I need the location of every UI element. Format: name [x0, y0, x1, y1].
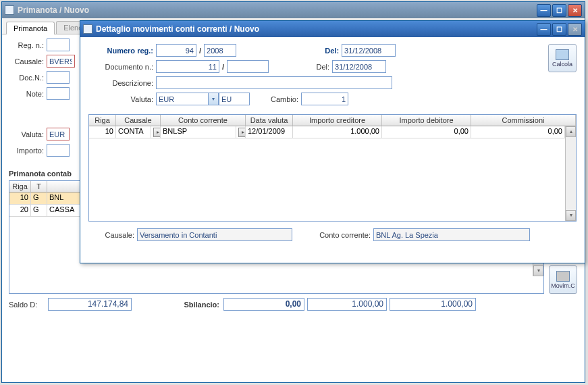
- totale-avere: 1.000,00: [390, 298, 476, 311]
- reg-n-input[interactable]: [47, 38, 70, 51]
- col-conto-corrente[interactable]: Conto corrente: [161, 115, 246, 126]
- scroll-up-icon[interactable]: ▴: [566, 126, 576, 137]
- col-data-valuta[interactable]: Data valuta: [246, 115, 293, 126]
- label-documento-n: Documento n.:: [88, 63, 156, 71]
- close-button-disabled: ✕: [568, 23, 582, 36]
- sbilancio-value: 0,00: [223, 298, 304, 311]
- col-riga[interactable]: Riga: [89, 115, 116, 126]
- app-icon: [5, 5, 14, 15]
- movim-cc-button[interactable]: Movim.C: [549, 265, 577, 294]
- label-causale: Causale:: [9, 57, 47, 66]
- grid-scrollbar[interactable]: ▴ ▾: [565, 126, 576, 221]
- label-note: Note:: [9, 90, 47, 98]
- col-causale[interactable]: Causale: [116, 115, 161, 126]
- chevron-down-icon[interactable]: ▾: [209, 93, 219, 105]
- scroll-down-icon[interactable]: ▾: [566, 210, 576, 221]
- label-valuta: Valuta:: [9, 130, 47, 138]
- label-valuta: Valuta:: [88, 95, 156, 103]
- label-cambio: Cambio:: [250, 95, 301, 103]
- primanota-titlebar[interactable]: Primanota / Nuovo — ☐ ✕: [2, 2, 585, 18]
- importo-input[interactable]: [47, 144, 70, 157]
- descrizione-input[interactable]: [156, 76, 392, 89]
- col-commissioni[interactable]: Commissioni: [471, 115, 576, 126]
- dettaglio-window: Dettaglio movimenti conti correnti / Nuo…: [80, 20, 585, 263]
- dettaglio-grid: Riga Causale Conto corrente Data valuta …: [88, 114, 577, 222]
- label-numero-reg: Numero reg.:: [88, 47, 156, 55]
- saldo-d-value: 147.174,84: [48, 298, 132, 311]
- label-docn: Doc.N.:: [9, 74, 47, 82]
- minimize-button[interactable]: —: [537, 4, 551, 17]
- label-del2: Del:: [269, 63, 332, 71]
- label-causale-descr: Causale:: [88, 231, 137, 239]
- causale-input[interactable]: [47, 55, 75, 68]
- calculator-icon: [556, 49, 569, 60]
- label-descrizione: Descrizione:: [88, 79, 156, 87]
- table-row[interactable]: 10 CONTA ▸ BNLSP ▸ 12/01/2009 1.000,00 0…: [89, 126, 565, 138]
- causale-descr: [137, 228, 292, 241]
- tab-primanota[interactable]: Primanota: [6, 22, 55, 34]
- note-input[interactable]: [47, 87, 70, 100]
- maximize-button[interactable]: ☐: [552, 4, 566, 17]
- scroll-down-icon[interactable]: ▾: [533, 265, 543, 276]
- dettaglio-title: Dettaglio movimenti conti correnti / Nuo…: [96, 24, 537, 34]
- close-button[interactable]: ✕: [568, 4, 582, 17]
- label-reg-n: Reg. n.:: [9, 41, 47, 49]
- valuta-input[interactable]: [47, 128, 70, 140]
- totale-dare: 1.000,00: [307, 298, 387, 311]
- label-sbilancio: Sbilancio:: [152, 301, 219, 309]
- app-icon: [83, 24, 92, 34]
- label-importo: Importo:: [9, 147, 47, 155]
- label-saldo-d: Saldo D:: [9, 301, 44, 309]
- lookup-button[interactable]: ▸: [153, 128, 161, 137]
- label-conto-corrente-descr: Conto corrente:: [292, 231, 373, 239]
- col-importo-debitore[interactable]: Importo debitore: [382, 115, 471, 126]
- maximize-button[interactable]: ☐: [552, 23, 566, 36]
- cambio-input[interactable]: [301, 93, 348, 105]
- conto-corrente-descr: [373, 228, 530, 241]
- anno-input[interactable]: [204, 44, 236, 57]
- documento-ext-input[interactable]: [227, 60, 269, 73]
- col-importo-creditore[interactable]: Importo creditore: [293, 115, 382, 126]
- docn-input[interactable]: [47, 71, 70, 84]
- del2-input[interactable]: [332, 60, 386, 73]
- numero-reg-input[interactable]: [156, 44, 196, 57]
- lookup-button[interactable]: ▸: [238, 128, 246, 137]
- del1-input[interactable]: [342, 44, 396, 57]
- col-t[interactable]: T: [31, 181, 47, 192]
- valuta-short-input[interactable]: [219, 93, 250, 105]
- documento-n-input[interactable]: [156, 60, 219, 73]
- col-riga[interactable]: Riga: [9, 181, 31, 192]
- safe-icon: [556, 271, 570, 282]
- primanota-title: Primanota / Nuovo: [18, 5, 537, 15]
- label-del1: Del:: [236, 47, 342, 55]
- dettaglio-titlebar[interactable]: Dettaglio movimenti conti correnti / Nuo…: [80, 21, 585, 37]
- valuta-input[interactable]: [156, 93, 209, 105]
- minimize-button[interactable]: —: [537, 23, 551, 36]
- calcola-button[interactable]: Calcola: [548, 44, 577, 72]
